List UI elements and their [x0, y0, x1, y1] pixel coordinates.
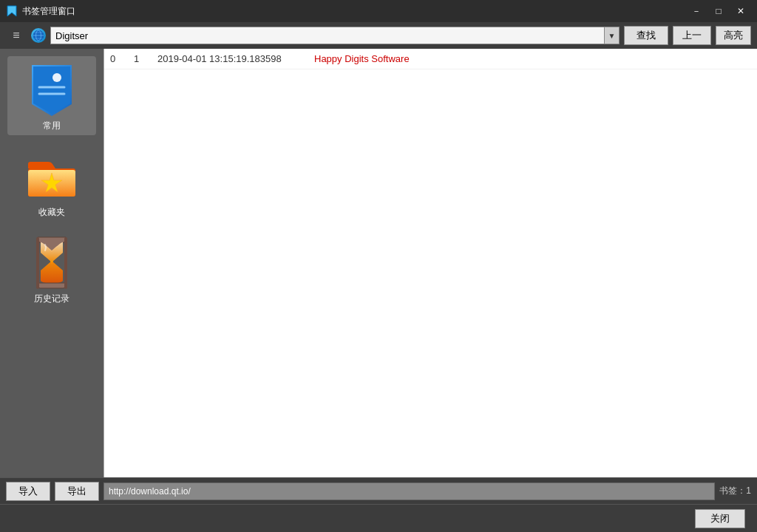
menu-button[interactable]: ≡ — [6, 25, 27, 46]
history-icon — [22, 232, 81, 291]
window-controls: － □ ✕ — [686, 4, 751, 18]
close-window-button[interactable]: ✕ — [730, 4, 751, 18]
sidebar-item-common-label: 常用 — [43, 120, 61, 132]
sidebar-item-history[interactable]: 历史记录 — [7, 229, 96, 308]
window-body: ≡ ▼ 查找 上一 高亮 — [0, 22, 757, 532]
export-button[interactable]: 导出 — [55, 482, 99, 501]
window-title: 书签管理窗口 — [22, 5, 75, 18]
row-index0: 0 — [110, 53, 125, 64]
prev-button[interactable]: 上一 — [673, 26, 711, 45]
content-area: 常用 — [0, 49, 757, 477]
common-icon — [22, 59, 81, 118]
footer-bar: 关闭 — [0, 504, 757, 532]
svg-rect-15 — [64, 237, 67, 289]
globe-icon — [31, 28, 46, 43]
title-bar-left: 书签管理窗口 — [6, 5, 75, 18]
maximize-button[interactable]: □ — [708, 4, 729, 18]
import-button[interactable]: 导入 — [6, 482, 50, 501]
highlight-button[interactable]: 高亮 — [716, 26, 751, 45]
url-text: http://download.qt.io/ — [109, 486, 191, 497]
minimize-button[interactable]: － — [686, 4, 707, 18]
sidebar-item-favorites-label: 收藏夹 — [38, 206, 65, 219]
table-row[interactable]: 0 1 2019-04-01 13:15:19.183598 Happy Dig… — [104, 49, 757, 69]
bottom-bar: 导入 导出 http://download.qt.io/ 书签：1 — [0, 477, 757, 504]
search-input[interactable] — [50, 27, 605, 44]
search-bar: ▼ — [50, 27, 619, 44]
title-bar: 书签管理窗口 － □ ✕ — [0, 0, 757, 22]
sidebar-item-favorites[interactable]: 收藏夹 — [7, 143, 96, 222]
favorites-icon — [22, 146, 81, 205]
bookmarks-count: 书签：1 — [719, 485, 751, 497]
row-index1: 1 — [134, 53, 149, 64]
find-button[interactable]: 查找 — [624, 26, 668, 45]
svg-rect-14 — [36, 237, 39, 289]
close-button[interactable]: 关闭 — [695, 509, 745, 528]
bookmark-icon — [6, 5, 18, 17]
row-title: Happy Digits Software — [314, 53, 751, 64]
svg-marker-0 — [7, 6, 16, 16]
sidebar-item-history-label: 历史记录 — [34, 293, 69, 305]
results-panel: 0 1 2019-04-01 13:15:19.183598 Happy Dig… — [103, 49, 757, 477]
sidebar: 常用 — [0, 49, 103, 477]
row-datetime: 2019-04-01 13:15:19.183598 — [157, 53, 305, 64]
svg-point-8 — [52, 73, 61, 82]
url-bar: http://download.qt.io/ — [103, 482, 715, 500]
toolbar: ≡ ▼ 查找 上一 高亮 — [0, 22, 757, 49]
sidebar-item-common[interactable]: 常用 — [7, 56, 96, 135]
search-dropdown-button[interactable]: ▼ — [605, 27, 619, 44]
